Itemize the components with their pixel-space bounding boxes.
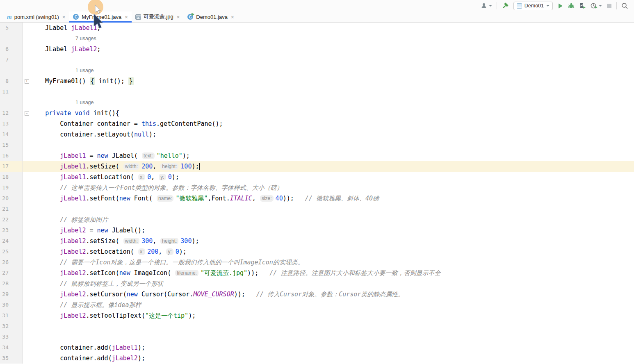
tab-demo01-java[interactable]: C Demo01.java × [183,11,237,22]
code-line[interactable]: 13 Container container = this.getContent… [0,118,634,129]
code-line[interactable]: 35 container.add(jLabel2); [0,353,634,364]
line-number[interactable]: 13 [0,118,23,129]
usages-hint-row[interactable]: 1 usage [0,97,634,108]
code-line[interactable]: 23 jLabel2 = new JLabel(); [0,225,634,236]
line-number[interactable]: 11 [0,86,23,97]
run-configuration-select[interactable]: Demo01 [513,2,553,10]
stop-button[interactable] [607,3,612,9]
code-line[interactable]: 19 // 这里需要传入一个Font类型的对象。参数：字体名称、字体样式、大小（… [0,182,634,193]
code-line[interactable]: 25 jLabel2.setLocation( x:200, y:0); [0,246,634,257]
line-number[interactable]: 20 [0,193,23,204]
line-number[interactable]: 28 [0,278,23,289]
main-toolbar: Demo01 [0,0,634,11]
code-line[interactable]: 21 [0,204,634,214]
close-icon[interactable]: × [177,14,180,20]
code-token: JLabel [30,24,71,32]
line-number[interactable]: 7 [0,55,23,65]
code-line[interactable]: 27 jLabel2.setIcon(new ImageIcon( filena… [0,268,634,278]
tab-pom-xml[interactable]: m pom.xml (swing01) × [3,11,69,22]
code-line[interactable]: 15 [0,140,634,150]
line-number[interactable]: 33 [0,332,23,342]
line-number[interactable]: 17 [0,161,23,172]
code-line[interactable]: 30 // 显示提示框。像idea那样 [0,300,634,310]
code-line[interactable]: 18 jLabel1.setLocation( x:0, y:0); [0,172,634,182]
line-number[interactable]: 30 [0,300,23,310]
code-line[interactable]: 7 [0,55,634,65]
line-number[interactable]: 27 [0,268,23,278]
code-token: "这是一个tip" [145,312,188,319]
code-line[interactable]: 31 jLabel2.setToolTipText("这是一个tip"); [0,310,634,321]
line-number[interactable]: 14 [0,129,23,140]
build-button[interactable] [502,2,509,9]
tab-image-jpg[interactable]: 可爱流萤.jpg × [132,11,184,22]
code-line[interactable]: 32 [0,321,634,332]
line-number[interactable]: 16 [0,150,23,161]
fold-column [23,55,30,65]
debug-button[interactable] [568,2,575,9]
code-token: new [119,195,130,202]
line-number[interactable]: 23 [0,225,23,236]
line-number[interactable]: 31 [0,310,23,321]
code-editor[interactable]: 5 JLabel jLabel1;7 usages6 JLabel jLabel… [0,23,634,364]
line-number[interactable] [0,33,23,44]
code-line[interactable]: 34 container.add(jLabel1); [0,342,634,353]
line-number[interactable]: 15 [0,140,23,150]
fold-toggle-icon[interactable]: − [25,111,29,116]
close-icon[interactable]: × [62,14,66,20]
parameter-hint-chip: y: [166,248,173,255]
code-line[interactable]: 24 jLabel2.setSize( width:300, height:30… [0,236,634,246]
line-number[interactable]: 29 [0,289,23,300]
line-number[interactable]: 21 [0,204,23,214]
line-number[interactable]: 25 [0,246,23,257]
line-number[interactable]: 6 [0,44,23,55]
code-line[interactable]: 17 jLabel1.setSize( width:200, height:10… [0,161,634,172]
line-number[interactable]: 24 [0,236,23,246]
line-number[interactable]: 18 [0,172,23,182]
line-number[interactable]: 35 [0,353,23,364]
close-icon[interactable]: × [125,14,128,20]
fold-column [23,97,30,108]
line-number[interactable]: 26 [0,257,23,268]
usages-hint-row[interactable]: 7 usages [0,33,634,44]
tab-myframe01-java[interactable]: C MyFrame01.java × [69,11,131,22]
parameter-hint-chip: width: [123,163,139,170]
hammer-icon [502,2,509,9]
usages-hint[interactable]: 1 usage [75,68,94,73]
code-line[interactable]: 28 // 鼠标放到标签上，变成另一个形状 [0,278,634,289]
usages-hint-row[interactable]: 1 usage [0,65,634,76]
code-line[interactable]: 12− private void init(){ [0,108,634,118]
code-line[interactable]: 20 jLabel1.setFont(new Font( name:"微软雅黑"… [0,193,634,204]
search-everywhere-button[interactable] [621,2,628,9]
line-number[interactable]: 34 [0,342,23,353]
line-number[interactable]: 5 [0,23,23,33]
line-number[interactable]: 22 [0,214,23,225]
fold-toggle-icon[interactable]: + [25,79,29,84]
line-number[interactable] [0,97,23,108]
code-line[interactable]: 5 JLabel jLabel1; [0,23,634,33]
code-line[interactable]: 26 // 需要一个Icon对象，这是一个接口。一般我们传入他的一个叫Image… [0,257,634,268]
code-line[interactable]: 14 container.setLayout(null); [0,129,634,140]
code-line[interactable]: 6 JLabel jLabel2; [0,44,634,55]
run-button[interactable] [557,3,563,9]
parameter-hint-chip: x: [138,174,145,180]
code-line[interactable]: 8+ MyFrame01() { init(); } [0,76,634,86]
code-line[interactable]: 16 jLabel1 = new JLabel( text:"hello"); [0,150,634,161]
code-token: jLabel2 [60,269,86,277]
usages-hint[interactable]: 7 usages [75,36,96,41]
code-line[interactable]: 22 // 标签添加图片 [0,214,634,225]
code-line[interactable]: 33 [0,332,634,342]
user-profile-button[interactable] [481,2,492,9]
profiler-button[interactable] [591,2,602,9]
line-number[interactable]: 8 [0,76,23,86]
close-icon[interactable]: × [231,14,234,20]
line-number[interactable]: 19 [0,182,23,193]
user-icon [481,2,488,9]
line-number[interactable] [0,65,23,76]
usages-hint[interactable]: 1 usage [75,100,94,105]
line-number[interactable]: 12 [0,108,23,118]
code-line[interactable]: 11 [0,86,634,97]
code-token: , [151,173,158,181]
code-line[interactable]: 29 jLabel2.setCursor(new Cursor(Cursor.M… [0,289,634,300]
line-number[interactable]: 32 [0,321,23,332]
run-with-coverage-button[interactable] [579,2,586,9]
